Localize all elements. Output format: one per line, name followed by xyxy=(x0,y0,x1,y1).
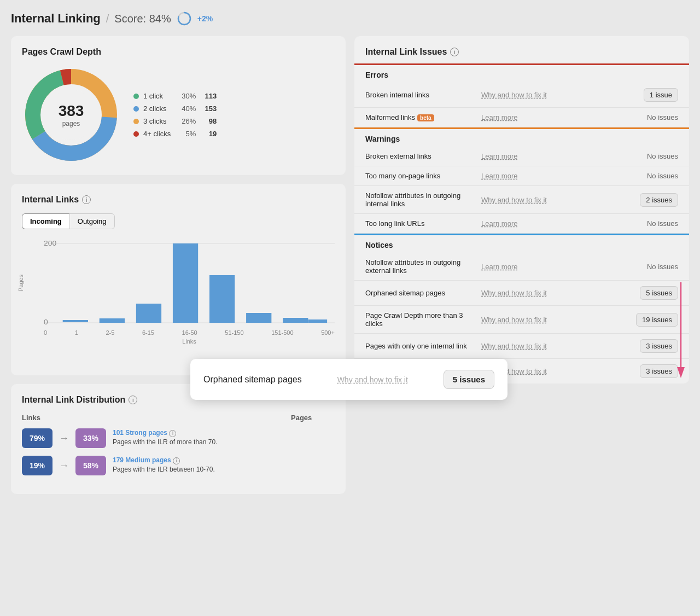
legend-dot-0 xyxy=(133,94,139,99)
dist-link-1[interactable]: 179 Medium pages xyxy=(113,456,171,464)
dist-arrow-1: → xyxy=(59,460,69,472)
issue-link-2-2[interactable]: Why and how to fix it xyxy=(481,316,629,324)
dist-pages-pct-1: 58% xyxy=(75,456,106,475)
svg-rect-12 xyxy=(100,318,125,323)
orphaned-link[interactable]: Why and how to fix it xyxy=(313,375,433,384)
legend-dot-3 xyxy=(133,131,139,137)
donut-section: 383 pages 1 click 30% 113 2 clicks 40% 1… xyxy=(22,66,335,164)
bar-chart-area: Pages 200 0 xyxy=(22,238,335,364)
svg-rect-15 xyxy=(209,275,235,323)
bar-chart-svg: 200 0 xyxy=(44,238,335,326)
dist-desc-0: 101 Strong pages i Pages with the ILR of… xyxy=(113,428,217,447)
issue-link-1-3[interactable]: Learn more xyxy=(481,219,640,228)
donut-center: 383 pages xyxy=(59,102,84,127)
dist-row-0: 79% → 33% 101 Strong pages i Pages with … xyxy=(22,428,335,448)
issue-badge-1-2[interactable]: 2 issues xyxy=(640,193,678,207)
issue-link-1-0[interactable]: Learn more xyxy=(481,152,640,160)
donut-chart: 383 pages xyxy=(22,66,120,164)
arrow-annotation xyxy=(667,282,695,392)
svg-text:0: 0 xyxy=(44,318,48,326)
legend-label-2: 3 clicks xyxy=(143,117,171,125)
issue-badge-0-0[interactable]: 1 issue xyxy=(644,88,678,102)
legend-dot-1 xyxy=(133,106,139,112)
issue-name-1-3: Too long link URLs xyxy=(365,219,475,228)
page-title: Internal Linking xyxy=(11,11,101,26)
crawl-depth-title: Pages Crawl Depth xyxy=(22,47,335,57)
svg-marker-20 xyxy=(677,367,685,378)
dist-links-pct-1: 19% xyxy=(22,456,52,475)
svg-rect-17 xyxy=(283,318,308,323)
internal-links-info-icon[interactable]: i xyxy=(82,195,91,204)
dist-info-icon-0[interactable]: i xyxy=(169,430,176,437)
svg-rect-18 xyxy=(308,319,327,323)
donut-number: 383 xyxy=(59,102,84,120)
score-circle-icon xyxy=(177,11,192,26)
bar-chart-x-title: Links xyxy=(44,338,335,345)
issue-status-2-0: No issues xyxy=(647,263,678,271)
issue-link-0-0[interactable]: Why and how to fix it xyxy=(481,91,637,99)
issue-name-2-0: Nofollow attributes in outgoing external… xyxy=(365,258,475,275)
orphaned-name: Orphaned sitemap pages xyxy=(203,375,302,385)
legend-item-0: 1 click 30% 113 xyxy=(133,92,217,100)
score-delta: +2% xyxy=(197,14,213,23)
issue-name-1-2: Nofollow attributes in outgoing internal… xyxy=(365,191,475,208)
issue-row-1-3: Too long link URLs Learn more No issues xyxy=(354,214,689,234)
issue-name-2-1: Orphaned sitemap pages xyxy=(365,289,475,297)
issues-card: Internal Link Issues i Errors Broken int… xyxy=(354,36,689,383)
issue-row-0-1: Malformed linksbeta Learn more No issues xyxy=(354,108,689,127)
svg-text:200: 200 xyxy=(44,240,56,247)
issue-name-0-0: Broken internal links xyxy=(365,91,475,99)
issue-name-2-2: Page Crawl Depth more than 3 clicks xyxy=(365,311,475,328)
bar-chart-y-label: Pages xyxy=(18,275,24,292)
issue-row-2-2: Page Crawl Depth more than 3 clicks Why … xyxy=(354,306,689,334)
distribution-card: Internal Link Distribution i Links Pages… xyxy=(11,384,346,494)
orphaned-overlay: Orphaned sitemap pages Why and how to fi… xyxy=(190,359,508,400)
issue-link-0-1[interactable]: Learn more xyxy=(481,113,640,121)
section-label-warnings: Warnings xyxy=(354,129,689,147)
issue-status-1-0: No issues xyxy=(647,152,678,160)
dist-link-0[interactable]: 101 Strong pages xyxy=(113,429,167,437)
dist-info-icon-1[interactable]: i xyxy=(173,457,180,464)
issue-row-2-0: Nofollow attributes in outgoing external… xyxy=(354,253,689,281)
distribution-rows: 79% → 33% 101 Strong pages i Pages with … xyxy=(22,428,335,475)
dist-pages-pct-0: 33% xyxy=(75,428,106,448)
issue-row-1-2: Nofollow attributes in outgoing internal… xyxy=(354,186,689,214)
bar-chart-x-labels: 0 1 2-5 6-15 16-50 51-150 151-500 500+ xyxy=(44,327,335,336)
section-label-errors: Errors xyxy=(354,65,689,83)
svg-rect-14 xyxy=(173,243,198,323)
left-column: Pages Crawl Depth 383 xyxy=(11,36,346,494)
legend-label-0: 1 click xyxy=(143,92,171,100)
issue-link-2-1[interactable]: Why and how to fix it xyxy=(481,289,633,297)
svg-rect-16 xyxy=(246,313,271,323)
legend-pct-2: 26% xyxy=(175,117,196,125)
tab-incoming[interactable]: Incoming xyxy=(22,213,69,229)
issue-row-1-0: Broken external links Learn more No issu… xyxy=(354,147,689,166)
orphaned-badge[interactable]: 5 issues xyxy=(444,370,494,389)
issue-status-1-3: No issues xyxy=(647,219,678,228)
score-text: Score: 84% xyxy=(114,13,171,25)
donut-label: pages xyxy=(59,120,84,127)
issue-link-2-0[interactable]: Learn more xyxy=(481,263,640,271)
crawl-depth-card: Pages Crawl Depth 383 xyxy=(11,36,346,175)
page-header: Internal Linking / Score: 84% +2% xyxy=(11,11,689,26)
issue-name-2-3: Pages with only one internal link xyxy=(365,342,475,350)
legend-count-3: 19 xyxy=(200,130,217,138)
issue-status-0-1: No issues xyxy=(647,113,678,121)
svg-rect-11 xyxy=(63,320,88,322)
internal-links-title: Internal Links i xyxy=(22,195,335,205)
issues-info-icon[interactable]: i xyxy=(450,48,459,56)
issue-link-1-1[interactable]: Learn more xyxy=(481,172,640,180)
legend-pct-0: 30% xyxy=(175,92,196,100)
svg-rect-13 xyxy=(136,304,161,323)
issues-content: Errors Broken internal links Why and how… xyxy=(354,63,689,383)
issue-link-2-3[interactable]: Why and how to fix it xyxy=(481,342,633,350)
distribution-header: Links Pages xyxy=(22,414,335,422)
right-column: Internal Link Issues i Errors Broken int… xyxy=(354,36,689,494)
issue-name-0-1: Malformed linksbeta xyxy=(365,113,475,121)
legend-label-3: 4+ clicks xyxy=(143,130,171,138)
dist-arrow-0: → xyxy=(59,433,69,444)
issues-card-title: Internal Link Issues i xyxy=(354,36,689,63)
distribution-info-icon[interactable]: i xyxy=(129,396,137,404)
tab-outgoing[interactable]: Outgoing xyxy=(69,213,115,229)
issue-link-1-2[interactable]: Why and how to fix it xyxy=(481,196,633,204)
